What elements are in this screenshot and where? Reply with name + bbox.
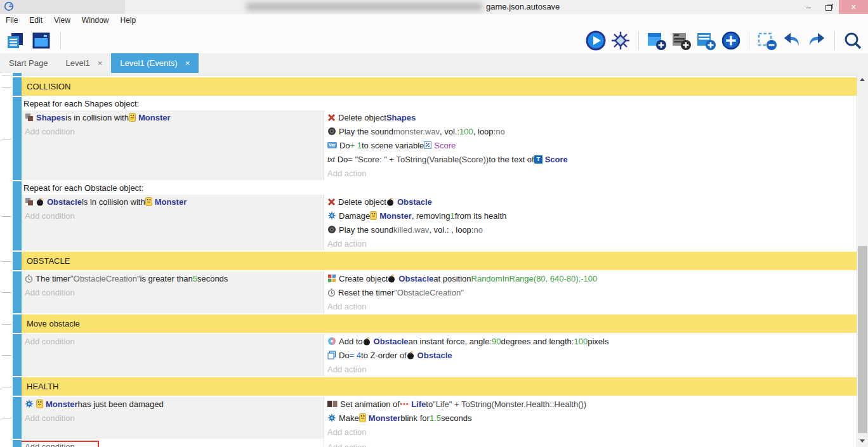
condition-row[interactable]: Monster has just been damaged bbox=[22, 397, 324, 411]
menu-window[interactable]: Window bbox=[76, 14, 115, 27]
action-row[interactable]: Delete object Obstacle bbox=[324, 195, 857, 209]
event-drag-bar[interactable] bbox=[13, 271, 22, 313]
action-row[interactable]: Add action bbox=[324, 166, 857, 180]
action-row[interactable]: Add action bbox=[324, 362, 857, 376]
action-row[interactable]: Add action bbox=[324, 440, 857, 447]
action-placeholder[interactable]: Add action bbox=[327, 427, 366, 437]
condition-row[interactable]: Add condition bbox=[22, 124, 324, 138]
event-drag-bar[interactable] bbox=[13, 397, 22, 439]
action-row[interactable]: VarDo + 1 to scene variable Score bbox=[324, 138, 857, 152]
scroll-up-icon[interactable] bbox=[857, 74, 867, 84]
remove-event-icon[interactable] bbox=[757, 30, 777, 51]
action-row[interactable]: txtDo = "Score: " + ToString(Variable(Sc… bbox=[324, 152, 857, 166]
action-row[interactable]: Play the sound killed.wav, vol.: , loop:… bbox=[324, 223, 857, 236]
add-circle-icon[interactable] bbox=[721, 30, 741, 51]
condition-placeholder[interactable]: Add condition bbox=[25, 337, 75, 346]
action-placeholder[interactable]: Add action bbox=[327, 443, 366, 447]
text-segment: has just been damaged bbox=[78, 399, 164, 409]
event-repeat-header[interactable]: Repeat for each Shapes object: bbox=[22, 97, 857, 110]
condition-placeholder[interactable]: Add condition bbox=[25, 211, 75, 221]
condition-row[interactable]: Obstacle is in collision with Monster bbox=[22, 195, 324, 209]
event-drag-bar[interactable] bbox=[13, 73, 22, 76]
event-repeat-header[interactable]: Repeat for each Obstacle object: bbox=[22, 181, 857, 195]
condition-placeholder[interactable]: Add condition bbox=[25, 127, 75, 136]
play-icon[interactable] bbox=[586, 30, 606, 51]
action-row[interactable]: Add action bbox=[324, 299, 857, 313]
tab-level1-events[interactable]: Level1 (Events)× bbox=[111, 53, 199, 73]
condition-placeholder[interactable]: Add condition bbox=[25, 413, 75, 423]
add-comment-icon[interactable] bbox=[671, 30, 692, 51]
vertical-scrollbar[interactable] bbox=[857, 73, 868, 447]
comment-row[interactable]: OBSTACLE bbox=[22, 252, 857, 270]
action-row[interactable]: Reset the timer "ObstacleCreation" bbox=[324, 285, 857, 299]
event-drag-bar[interactable] bbox=[13, 97, 22, 180]
event-drag-bar[interactable] bbox=[13, 314, 22, 333]
monster-icon bbox=[370, 211, 377, 220]
maximize-button[interactable] bbox=[819, 0, 839, 14]
scroll-down-icon[interactable] bbox=[857, 436, 867, 446]
comment-row[interactable]: Move obstacle bbox=[22, 314, 857, 333]
condition-row[interactable]: Add condition bbox=[22, 411, 324, 425]
action-placeholder[interactable]: Add action bbox=[327, 239, 366, 249]
redo-icon[interactable] bbox=[806, 30, 827, 51]
undo-icon[interactable] bbox=[782, 30, 802, 51]
tab-start-page[interactable]: Start Page bbox=[0, 53, 56, 73]
event-drag-bar[interactable] bbox=[13, 77, 22, 96]
event-drag-bar[interactable] bbox=[13, 181, 22, 250]
condition-row[interactable]: The timer "ObstacleCreation" is greater … bbox=[22, 271, 324, 285]
add-event-icon[interactable] bbox=[647, 30, 667, 51]
scrollbar-thumb[interactable] bbox=[858, 246, 867, 433]
action-row[interactable]: Create object Obstacle at position Rando… bbox=[324, 271, 857, 285]
debug-icon[interactable] bbox=[610, 30, 631, 51]
condition-placeholder[interactable]: Add condition bbox=[25, 442, 75, 447]
text-segment: , vol.: bbox=[440, 127, 459, 136]
minimize-button[interactable]: – bbox=[798, 0, 819, 14]
comment-row[interactable]: HEALTH bbox=[22, 377, 857, 396]
text-segment: Delete object bbox=[338, 197, 386, 207]
tab-close-icon[interactable]: × bbox=[185, 58, 190, 68]
action-placeholder[interactable]: Add action bbox=[327, 169, 366, 178]
condition-row[interactable]: Shapes is in collision with Monster bbox=[22, 110, 324, 124]
sound-icon bbox=[327, 127, 336, 136]
tab-close-icon[interactable]: × bbox=[98, 58, 103, 68]
action-row[interactable]: Delete object Shapes bbox=[324, 110, 857, 124]
action-row[interactable]: Make Monster blink for 1.5 seconds bbox=[324, 411, 857, 425]
action-row[interactable]: Add to Obstacle an instant force, angle:… bbox=[324, 334, 857, 348]
event-drag-bar[interactable] bbox=[13, 377, 22, 396]
condition-row[interactable]: Add condition bbox=[22, 440, 324, 447]
menu-view[interactable]: View bbox=[48, 14, 76, 27]
add-subevent-icon[interactable] bbox=[696, 30, 716, 51]
condition-placeholder[interactable]: Add condition bbox=[25, 288, 75, 297]
condition-row[interactable]: Add condition bbox=[22, 285, 324, 299]
menu-edit[interactable]: Edit bbox=[23, 14, 48, 27]
text-segment: to bbox=[426, 399, 433, 409]
action-placeholder[interactable]: Add action bbox=[327, 365, 366, 374]
event-content: Add conditionAdd to Obstacle an instant … bbox=[22, 334, 857, 376]
menu-file[interactable]: File bbox=[0, 14, 23, 27]
action-row[interactable]: Play the sound monster.wav, vol.: 100, l… bbox=[324, 124, 857, 138]
action-row[interactable]: Add action bbox=[324, 425, 857, 439]
text-segment: 1 bbox=[450, 211, 454, 221]
tab-level1[interactable]: Level1× bbox=[56, 53, 111, 73]
start-page-icon[interactable] bbox=[31, 30, 51, 51]
action-row[interactable]: Do = 4 to Z-order of Obstacle bbox=[324, 348, 857, 362]
event-drag-bar[interactable] bbox=[13, 252, 22, 270]
condition-row[interactable]: Add condition bbox=[22, 334, 324, 348]
text-segment: 90 bbox=[492, 337, 501, 346]
text-segment: monster.wav bbox=[393, 127, 440, 136]
condition-row[interactable]: Add condition bbox=[22, 209, 324, 223]
comment-row[interactable]: COLLISION bbox=[22, 77, 857, 96]
action-row[interactable]: Add action bbox=[324, 236, 857, 250]
search-icon[interactable] bbox=[843, 30, 863, 51]
menu-help[interactable]: Help bbox=[115, 14, 142, 27]
conditions-column: Add condition bbox=[22, 334, 324, 376]
action-row[interactable]: Damage Monster, removing 1 from its heal… bbox=[324, 209, 857, 223]
action-row[interactable]: Set animation of ●●●Life to "Life" + ToS… bbox=[324, 397, 857, 411]
close-button[interactable]: × bbox=[839, 0, 868, 14]
action-placeholder[interactable]: Add action bbox=[327, 302, 366, 311]
event-drag-bar[interactable] bbox=[13, 440, 22, 447]
text-segment: Score bbox=[545, 155, 568, 164]
text-segment: Play the sound bbox=[339, 225, 393, 235]
event-drag-bar[interactable] bbox=[13, 334, 22, 376]
project-manager-icon[interactable] bbox=[5, 30, 25, 51]
